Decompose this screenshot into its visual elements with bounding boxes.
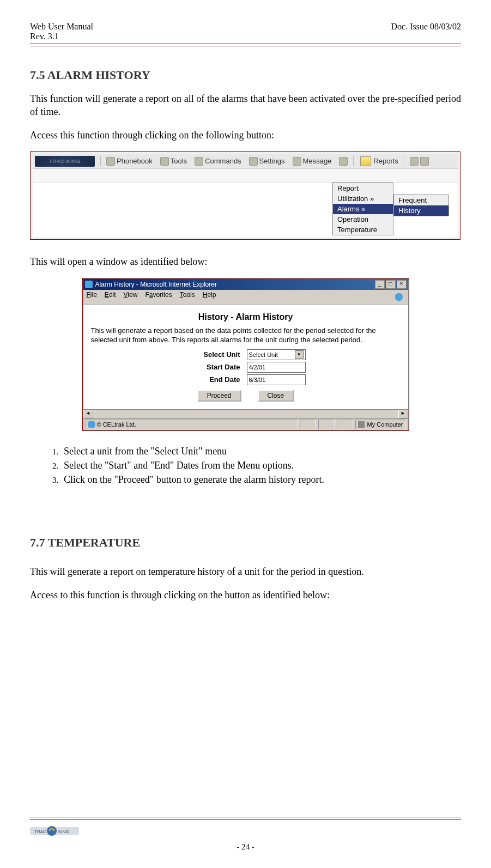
menu-favorites[interactable]: Favorites	[145, 291, 172, 303]
message-icon	[293, 157, 301, 166]
horizontal-scrollbar[interactable]: ◄ ►	[83, 409, 408, 418]
tb-label: Tools	[171, 157, 187, 165]
book-icon	[106, 157, 115, 166]
reports-submenu[interactable]: Report Utilization » Alarms » Operation …	[332, 183, 393, 235]
step-1: Select a unit from the "Select Unit" men…	[60, 444, 461, 458]
dialog-heading: History - Alarm History	[91, 312, 401, 322]
start-date-value: 4/2/01	[249, 364, 266, 371]
section-name: TEMPERATURE	[48, 536, 141, 549]
window-title: Alarm History - Microsoft Internet Explo…	[95, 281, 217, 288]
menu-item-frequent[interactable]: Frequent	[394, 195, 448, 205]
step-2: Select the "Start" and "End" Dates from …	[60, 458, 461, 472]
app-logo: TRAC·KING	[35, 156, 95, 167]
menu-item-alarms[interactable]: Alarms »	[333, 204, 393, 214]
ie-icon	[85, 281, 93, 288]
page-icon	[88, 421, 95, 428]
minimize-button[interactable]: _	[375, 280, 385, 289]
header-issue: Doc. Issue 08/03/02	[391, 22, 461, 41]
step-3: Click on the "Proceed" button to generat…	[60, 472, 461, 487]
steps-list: Select a unit from the "Select Unit" men…	[44, 444, 461, 487]
status-right-text: My Computer	[367, 421, 403, 428]
header-title: Web User Manual	[30, 22, 93, 32]
tb-settings[interactable]: Settings	[246, 156, 288, 166]
close-button[interactable]: ×	[397, 280, 407, 289]
end-date-input[interactable]: 6/3/01	[247, 374, 306, 385]
dialog-description: This will generate a report based on the…	[91, 326, 401, 345]
tb-label: Settings	[259, 157, 285, 165]
section-number: 7.5	[30, 68, 45, 82]
svg-point-3	[47, 826, 57, 836]
menu-edit[interactable]: Edit	[105, 291, 116, 303]
globe-icon	[339, 157, 348, 166]
tools-icon	[160, 157, 169, 166]
tb-label: Commands	[205, 157, 241, 165]
tb-reports[interactable]: Reports	[357, 156, 402, 167]
tb-message[interactable]: Message	[289, 156, 335, 166]
proceed-button[interactable]: Proceed	[197, 390, 241, 402]
end-date-label: End Date	[186, 375, 240, 384]
settings-icon	[249, 157, 258, 166]
para-temp-1: This will generate a report on temperatu…	[30, 565, 461, 578]
start-date-label: Start Date	[186, 363, 240, 371]
tb-label: Message	[303, 157, 332, 165]
window-titlebar: Alarm History - Microsoft Internet Explo…	[83, 279, 408, 290]
computer-icon	[358, 421, 365, 428]
select-unit-value: Select Unit	[249, 351, 278, 358]
start-date-input[interactable]: 4/2/01	[247, 362, 306, 373]
ie-logo-icon	[393, 291, 405, 303]
menu-label: Alarms »	[337, 205, 365, 213]
svg-text:KING: KING	[58, 829, 69, 834]
menu-item-report[interactable]: Report	[333, 183, 393, 193]
misc-icon-2	[420, 157, 429, 166]
status-left-text: © CELtrak Ltd.	[97, 421, 136, 428]
menu-item-utilization[interactable]: Utilization »	[333, 193, 393, 204]
tb-phonebook[interactable]: Phonebook	[103, 156, 156, 166]
page-number: - 24 -	[30, 842, 461, 852]
page-header: Web User Manual Rev. 3.1 Doc. Issue 08/0…	[30, 22, 461, 44]
reports-icon	[360, 156, 371, 166]
footer-rule	[30, 817, 461, 820]
menu-view[interactable]: View	[124, 291, 138, 303]
para-intro-1: This function will generate a report on …	[30, 92, 461, 119]
tb-extra-icon[interactable]	[336, 156, 351, 166]
menu-item-temperature[interactable]: Temperature	[333, 224, 393, 235]
end-date-value: 6/3/01	[249, 377, 266, 383]
scroll-right-icon[interactable]: ►	[398, 410, 408, 418]
select-unit-dropdown[interactable]: Select Unit ▼	[247, 349, 306, 360]
scroll-left-icon[interactable]: ◄	[83, 410, 93, 418]
menu-help[interactable]: Help	[203, 291, 216, 303]
para-open-window: This will open a window as identified be…	[30, 255, 461, 268]
section-name: ALARM HISTORY	[47, 68, 150, 82]
tb-trailing-icons[interactable]	[407, 156, 432, 166]
section-7-5-title: 7.5 ALARM HISTORY	[30, 68, 461, 82]
section-number: 7.7	[30, 536, 45, 549]
footer-logo: TRAC KING	[30, 823, 79, 838]
para-temp-2: Access to this function is through click…	[30, 588, 461, 602]
tb-label: Reports	[373, 157, 398, 165]
figure-ie-window: Alarm History - Microsoft Internet Explo…	[82, 278, 409, 431]
menu-file[interactable]: File	[87, 291, 97, 303]
svg-text:TRAC: TRAC	[34, 829, 46, 834]
menu-tools[interactable]: Tools	[180, 291, 195, 303]
misc-icon	[410, 157, 419, 166]
svg-point-1	[395, 293, 403, 301]
tb-commands[interactable]: Commands	[191, 156, 244, 166]
maximize-button[interactable]: □	[386, 280, 396, 289]
commands-icon	[195, 157, 203, 166]
header-rev: Rev. 3.1	[30, 32, 93, 41]
chevron-down-icon: ▼	[295, 350, 304, 359]
select-unit-label: Select Unit	[186, 350, 240, 359]
menu-item-operation[interactable]: Operation	[333, 214, 393, 224]
figure-toolbar-menu: TRAC·KING Phonebook Tools Commands Setti…	[30, 151, 460, 240]
header-rule	[30, 44, 461, 46]
close-dialog-button[interactable]: Close	[258, 390, 294, 402]
tb-tools[interactable]: Tools	[157, 156, 190, 166]
ie-menubar: File Edit View Favorites Tools Help	[83, 290, 408, 305]
tb-label: Phonebook	[117, 157, 153, 165]
menu-item-history[interactable]: History	[394, 205, 448, 216]
ie-statusbar: © CELtrak Ltd. My Computer	[83, 418, 408, 430]
section-7-7-title: 7.7 TEMPERATURE	[30, 536, 461, 550]
para-intro-2: Access this function through clicking on…	[30, 129, 461, 142]
app-toolbar: TRAC·KING Phonebook Tools Commands Setti…	[33, 154, 458, 169]
alarms-submenu[interactable]: Frequent History	[393, 195, 449, 216]
